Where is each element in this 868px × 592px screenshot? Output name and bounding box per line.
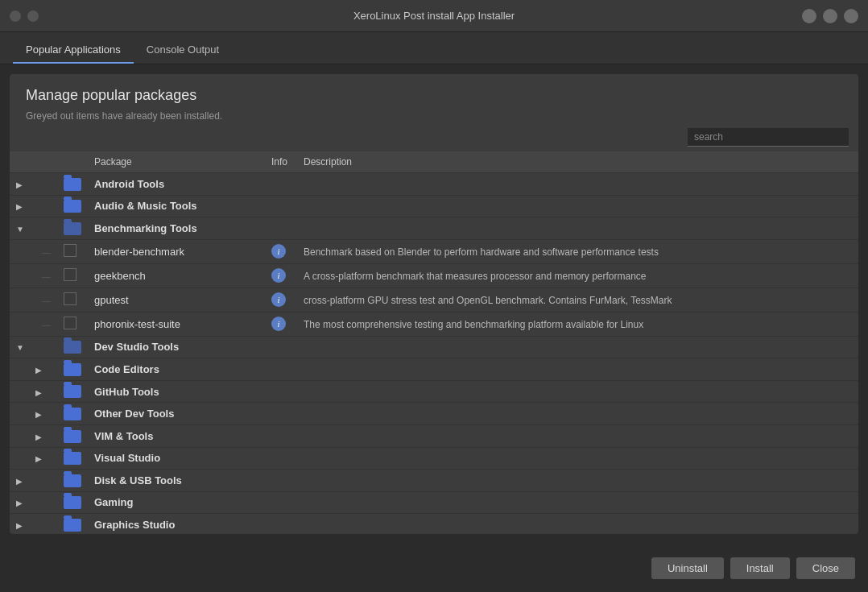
folder-icon (64, 341, 81, 354)
win-maximize-button[interactable] (823, 9, 837, 23)
titlebar: XeroLinux Post install App Installer (0, 0, 868, 32)
folder-icon-cell (57, 447, 88, 470)
col-header-icon (57, 151, 88, 173)
desc-cell (297, 447, 858, 470)
expand-cell[interactable]: ▶ (10, 380, 57, 403)
info-cell (265, 491, 297, 514)
table-container[interactable]: Package Info Description ▶ Android Tools (10, 151, 858, 534)
folder-icon (64, 474, 81, 487)
desc-cell (297, 173, 858, 196)
folder-icon (64, 496, 81, 509)
info-icon-cell[interactable]: i (265, 263, 297, 288)
category-label: Android Tools (94, 178, 164, 190)
info-icon-cell[interactable]: i (265, 239, 297, 263)
checkbox-cell[interactable] (57, 312, 88, 336)
info-cell (265, 217, 297, 240)
table-row: ▶ Other Dev Tools (10, 403, 858, 425)
folder-icon-cell (57, 470, 88, 492)
package-name-cell: phoronix-test-suite (88, 312, 265, 336)
win-minimize-button[interactable] (802, 9, 816, 23)
category-label: Visual Studio (94, 452, 160, 464)
info-cell (265, 403, 297, 425)
expand-cell[interactable]: ▶ (10, 195, 57, 217)
window-title: XeroLinux Post install App Installer (353, 10, 515, 22)
tab-popular-applications[interactable]: Popular Applications (13, 37, 134, 64)
package-name: phoronix-test-suite (94, 318, 180, 330)
expand-cell[interactable]: ▶ (10, 491, 57, 514)
expand-cell[interactable]: ▶ (10, 447, 57, 470)
package-desc: A cross-platform benchmark that measures… (304, 271, 647, 282)
desc-cell (297, 195, 858, 217)
close-button[interactable]: Close (796, 557, 855, 579)
expand-cell[interactable]: ▼ (10, 336, 57, 358)
package-desc: cross-platform GPU stress test and OpenG… (304, 295, 672, 306)
category-name-cell: Benchmarking Tools (88, 217, 265, 240)
category-label: VIM & Tools (94, 430, 153, 442)
win-close-button[interactable] (844, 9, 858, 23)
desc-cell (297, 217, 858, 240)
category-name-cell: GitHub Tools (88, 380, 265, 403)
window-close-button[interactable] (10, 10, 21, 22)
expand-cell[interactable]: ▶ (10, 424, 57, 447)
folder-icon-cell (57, 217, 88, 240)
info-icon[interactable]: i (271, 268, 286, 283)
expand-cell: — (10, 263, 57, 288)
package-checkbox[interactable] (64, 268, 76, 281)
table-row: ▶ Code Editors (10, 358, 858, 381)
package-name-cell: geekbench (88, 263, 265, 288)
checkbox-cell[interactable] (57, 239, 88, 263)
info-icon-cell[interactable]: i (265, 312, 297, 336)
package-checkbox[interactable] (64, 244, 76, 257)
content-subtitle: Greyed out items have already been insta… (26, 110, 842, 122)
table-row: — phoronix-test-suite i The most compreh… (10, 312, 858, 336)
desc-cell (297, 424, 858, 447)
packages-table: Package Info Description ▶ Android Tools (10, 151, 858, 534)
info-cell (265, 380, 297, 403)
expand-cell[interactable]: ▶ (10, 514, 57, 534)
footer: Uninstall Install Close (0, 544, 868, 592)
folder-icon (64, 430, 81, 443)
table-row: ▶ Android Tools (10, 173, 858, 196)
checkbox-cell[interactable] (57, 263, 88, 288)
category-name-cell: Other Dev Tools (88, 403, 265, 425)
tab-bar: Popular Applications Console Output (0, 32, 868, 64)
checkbox-cell[interactable] (57, 288, 88, 312)
category-name-cell: Dev Studio Tools (88, 336, 265, 358)
info-icon-cell[interactable]: i (265, 288, 297, 312)
expand-cell: — (10, 312, 57, 336)
info-cell (265, 470, 297, 492)
desc-cell (297, 470, 858, 492)
folder-icon-cell (57, 336, 88, 358)
table-row: ▶ Gaming (10, 491, 858, 514)
table-header-row: Package Info Description (10, 151, 858, 173)
expand-cell[interactable]: ▼ (10, 217, 57, 240)
category-name-cell: Code Editors (88, 358, 265, 381)
table-row: ▶ Disk & USB Tools (10, 470, 858, 492)
uninstall-button[interactable]: Uninstall (651, 557, 724, 579)
desc-cell (297, 491, 858, 514)
category-label: Audio & Music Tools (94, 200, 197, 212)
desc-cell: Benchmark based on Blender to perform ha… (297, 239, 858, 263)
expand-cell[interactable]: ▶ (10, 173, 57, 196)
folder-icon-cell (57, 380, 88, 403)
table-row: — gputest i cross-platform GPU stress te… (10, 288, 858, 312)
category-label: Code Editors (94, 363, 159, 375)
info-icon[interactable]: i (271, 292, 286, 307)
install-button[interactable]: Install (730, 557, 790, 579)
search-input[interactable] (688, 128, 849, 147)
category-label: Dev Studio Tools (94, 341, 179, 353)
package-checkbox[interactable] (64, 317, 76, 329)
folder-icon (64, 363, 81, 376)
info-icon[interactable]: i (271, 317, 286, 331)
expand-cell[interactable]: ▶ (10, 470, 57, 492)
expand-cell[interactable]: ▶ (10, 403, 57, 425)
folder-icon (64, 222, 81, 235)
info-icon[interactable]: i (271, 244, 286, 259)
tab-console-output[interactable]: Console Output (134, 37, 232, 64)
category-name-cell: Visual Studio (88, 447, 265, 470)
folder-icon-cell (57, 491, 88, 514)
expand-cell[interactable]: ▶ (10, 358, 57, 381)
desc-cell: The most comprehensive testing and bench… (297, 312, 858, 336)
folder-icon-cell (57, 195, 88, 217)
package-checkbox[interactable] (64, 292, 76, 305)
